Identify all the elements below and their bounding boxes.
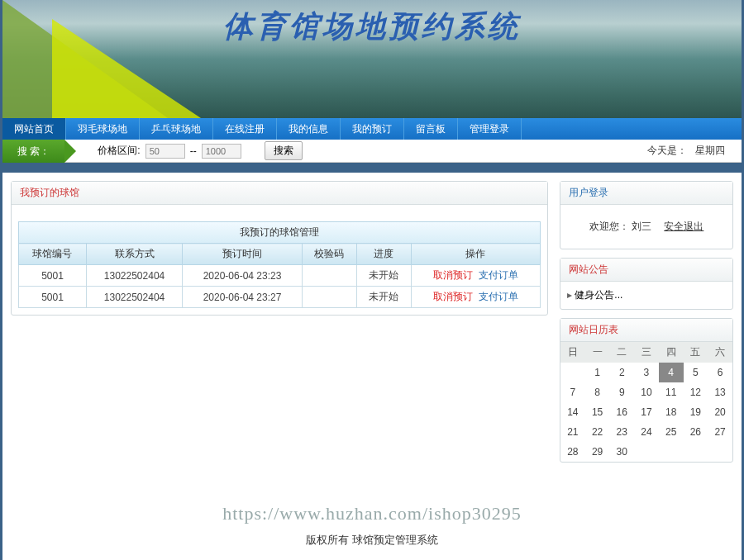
- calendar-day[interactable]: 19: [684, 402, 708, 422]
- login-panel: 用户登录 欢迎您： 刘三 安全退出: [560, 181, 733, 249]
- calendar-panel: 网站日历表 日一二三四五六 12345678910111213141516171…: [560, 318, 733, 463]
- calendar-day[interactable]: 21: [560, 422, 585, 442]
- orders-col: 校验码: [302, 244, 356, 265]
- calendar-table: 日一二三四五六 12345678910111213141516171819202…: [560, 342, 732, 462]
- today-display: 今天是： 星期四: [647, 144, 742, 158]
- nav-item[interactable]: 乒乓球场地: [140, 118, 213, 140]
- calendar-day[interactable]: 11: [659, 382, 684, 402]
- orders-col: 联系方式: [86, 244, 182, 265]
- calendar-day: [560, 363, 585, 382]
- calendar-day[interactable]: 28: [560, 442, 585, 462]
- calendar-day[interactable]: 29: [585, 442, 610, 462]
- nav-item[interactable]: 管理登录: [458, 118, 522, 140]
- calendar-day[interactable]: 22: [585, 422, 610, 442]
- nav-item[interactable]: 我的预订: [341, 118, 404, 140]
- price-sep: --: [190, 145, 197, 157]
- price-min-input[interactable]: [145, 144, 185, 159]
- search-button[interactable]: 搜索: [265, 141, 303, 160]
- calendar-day[interactable]: 10: [634, 382, 659, 402]
- orders-col: 预订时间: [183, 244, 303, 265]
- pay-link[interactable]: 支付订单: [479, 291, 518, 302]
- price-max-input[interactable]: [202, 144, 241, 159]
- price-label: 价格区间:: [98, 144, 140, 158]
- banner: 体育馆场地预约系统: [2, 0, 742, 118]
- table-row: 5001130225024042020-06-04 23:27未开始取消预订 支…: [19, 287, 541, 308]
- nav-item[interactable]: 我的信息: [277, 118, 341, 140]
- nav-item[interactable]: 在线注册: [213, 118, 277, 140]
- calendar-day[interactable]: 12: [684, 382, 708, 402]
- calendar-day[interactable]: 25: [659, 422, 684, 442]
- orders-col: 球馆编号: [19, 244, 87, 265]
- calendar-day[interactable]: 30: [609, 442, 634, 462]
- footer: 版权所有 球馆预定管理系统: [2, 524, 742, 560]
- announce-item[interactable]: 健身公告...: [567, 288, 726, 302]
- login-panel-title: 用户登录: [560, 182, 732, 205]
- calendar-day[interactable]: 16: [609, 402, 634, 422]
- orders-panel: 我预订的球馆 我预订的球馆管理 球馆编号联系方式预订时间校验码进度操作 5001…: [11, 181, 548, 316]
- cancel-link[interactable]: 取消预订: [433, 269, 473, 281]
- user-name: 刘三: [632, 221, 651, 232]
- calendar-day[interactable]: 23: [609, 422, 634, 442]
- orders-caption: 我预订的球馆管理: [18, 221, 541, 243]
- calendar-day[interactable]: 13: [708, 382, 732, 402]
- calendar-day[interactable]: 17: [634, 402, 659, 422]
- nav-item[interactable]: 羽毛球场地: [66, 118, 140, 140]
- calendar-day[interactable]: 2: [609, 363, 634, 382]
- calendar-day[interactable]: 20: [708, 402, 732, 422]
- calendar-day: [659, 442, 684, 462]
- orders-col: 进度: [356, 244, 411, 265]
- cancel-link[interactable]: 取消预订: [433, 291, 473, 302]
- announce-panel: 网站公告 健身公告...: [560, 258, 733, 310]
- orders-col: 操作: [411, 244, 540, 265]
- orders-panel-title: 我预订的球馆: [12, 182, 547, 205]
- main-nav: 网站首页羽毛球场地乒乓球场地在线注册我的信息我的预订留言板管理登录: [2, 118, 742, 140]
- calendar-day[interactable]: 6: [708, 363, 732, 382]
- calendar-day[interactable]: 27: [708, 422, 732, 442]
- calendar-day: [708, 442, 732, 462]
- calendar-day[interactable]: 4: [659, 363, 684, 382]
- announce-title: 网站公告: [560, 259, 732, 282]
- calendar-day[interactable]: 26: [684, 422, 708, 442]
- search-tag: 搜 索：: [2, 140, 64, 163]
- calendar-day[interactable]: 18: [659, 402, 684, 422]
- logout-link[interactable]: 安全退出: [664, 221, 703, 232]
- orders-table: 我预订的球馆管理 球馆编号联系方式预订时间校验码进度操作 50011302250…: [18, 221, 541, 308]
- watermark: https://www.huzhan.com/ishop30295: [2, 486, 742, 524]
- calendar-day[interactable]: 3: [634, 363, 659, 382]
- banner-title: 体育馆场地预约系统: [2, 7, 742, 47]
- calendar-day: [634, 442, 659, 462]
- calendar-title: 网站日历表: [560, 319, 732, 342]
- search-bar: 搜 索： 价格区间: -- 搜索 今天是： 星期四: [2, 140, 742, 163]
- calendar-day[interactable]: 24: [634, 422, 659, 442]
- nav-item[interactable]: 网站首页: [2, 118, 66, 140]
- table-row: 5001130225024042020-06-04 23:23未开始取消预订 支…: [19, 265, 541, 287]
- calendar-day[interactable]: 5: [684, 363, 708, 382]
- calendar-day[interactable]: 8: [585, 382, 610, 402]
- nav-item[interactable]: 留言板: [404, 118, 458, 140]
- calendar-day[interactable]: 14: [560, 402, 585, 422]
- calendar-day[interactable]: 1: [585, 363, 610, 382]
- calendar-day[interactable]: 9: [609, 382, 634, 402]
- calendar-day: [684, 442, 708, 462]
- calendar-day[interactable]: 15: [585, 402, 610, 422]
- pay-link[interactable]: 支付订单: [479, 269, 518, 281]
- welcome-label: 欢迎您：: [589, 221, 629, 232]
- calendar-day[interactable]: 7: [560, 382, 585, 402]
